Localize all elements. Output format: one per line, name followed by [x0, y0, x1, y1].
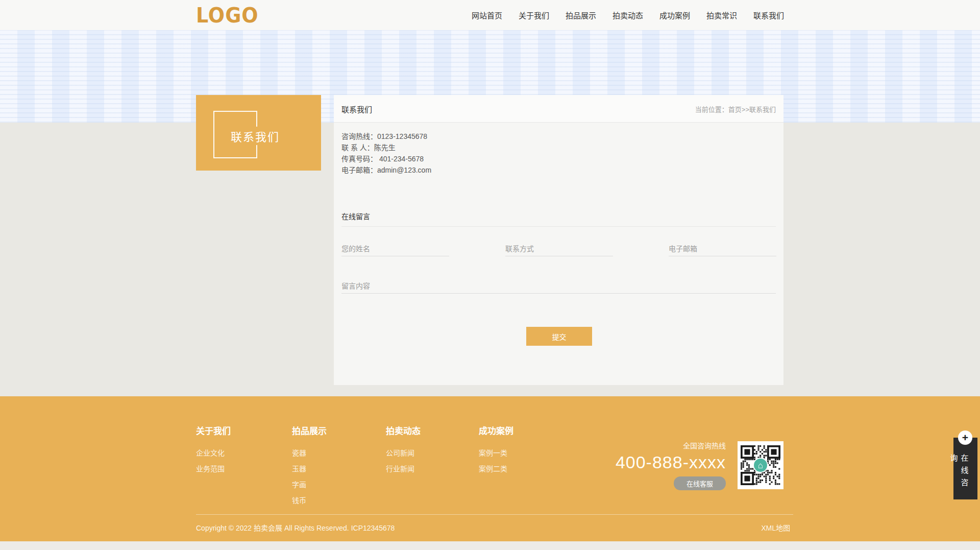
online-service-button[interactable]: 在线客服	[674, 476, 726, 490]
contact-fax-label: 传真号码：	[341, 155, 377, 163]
nav-item-news[interactable]: 拍卖动态	[612, 10, 643, 20]
contact-email-label: 电子邮箱：	[341, 166, 377, 174]
qr-home-icon: ⌂	[753, 458, 768, 473]
name-input[interactable]	[341, 241, 449, 256]
footer-col-items: 拍品展示 瓷器 玉器 字画 钱币	[292, 424, 327, 511]
email-input[interactable]	[669, 241, 776, 256]
nav-item-items[interactable]: 拍品展示	[566, 10, 596, 20]
contact-hotline-label: 咨询热线：	[341, 132, 377, 140]
contact-input[interactable]	[505, 241, 613, 256]
sidebar-tile: 联系我们	[196, 95, 321, 171]
footer-link-porcelain[interactable]: 瓷器	[292, 448, 327, 458]
online-consult-widget[interactable]: + 在线咨询	[953, 438, 977, 499]
form-divider	[341, 226, 776, 227]
nav-item-cases[interactable]: 成功案例	[659, 10, 690, 20]
contact-person-row: 联 系 人：陈先生	[341, 142, 431, 153]
breadcrumb-home-link[interactable]: 首页	[728, 106, 742, 113]
breadcrumb-current: 联系我们	[749, 106, 776, 113]
footer-link-case-type1[interactable]: 案例一类	[479, 448, 513, 458]
hotline-block: 全国咨询热线 400-888-xxxx 在线客服	[616, 440, 726, 490]
footer-link-industry-news[interactable]: 行业新闻	[386, 464, 421, 474]
breadcrumb-prefix: 当前位置：	[695, 106, 728, 113]
footer-link-culture[interactable]: 企业文化	[196, 448, 231, 458]
site-footer: 关于我们 企业文化 业务范围 拍品展示 瓷器 玉器 字画 钱币 拍卖动态 公司新…	[0, 396, 980, 541]
footer-col-about: 关于我们 企业文化 业务范围	[196, 424, 231, 480]
contact-fax-value: 401-234-5678	[379, 155, 424, 163]
consult-label: 在线咨询	[962, 454, 970, 499]
footer-col-news: 拍卖动态 公司新闻 行业新闻	[386, 424, 421, 480]
footer-link-coins[interactable]: 钱币	[292, 495, 327, 506]
footer-col-cases-title: 成功案例	[479, 424, 513, 437]
qr-code: ⌂	[738, 441, 783, 489]
main-nav: 网站首页 关于我们 拍品展示 拍卖动态 成功案例 拍卖常识 联系我们	[472, 10, 784, 20]
sitemap-link[interactable]: XML地图	[761, 522, 790, 533]
nav-item-home[interactable]: 网站首页	[472, 10, 502, 20]
panel-header: 联系我们 当前位置：首页>>联系我们	[334, 95, 783, 123]
contact-hotline-row: 咨询热线：0123-12345678	[341, 131, 431, 142]
copyright-text: Copyright © 2022 拍卖会展 All Rights Reserve…	[196, 522, 395, 533]
hotline-number: 400-888-xxxx	[616, 452, 726, 472]
breadcrumb-separator: >>	[742, 106, 749, 113]
contact-hotline-value: 0123-12345678	[377, 132, 427, 140]
site-header: LOGO 网站首页 关于我们 拍品展示 拍卖动态 成功案例 拍卖常识 联系我们	[0, 0, 980, 30]
page-title: 联系我们	[341, 104, 372, 114]
footer-link-calligraphy[interactable]: 字画	[292, 480, 327, 490]
contact-person-value: 陈先生	[374, 144, 396, 152]
message-form-title: 在线留言	[341, 211, 370, 221]
contact-fax-row: 传真号码： 401-234-5678	[341, 153, 431, 164]
submit-button[interactable]: 提交	[526, 327, 592, 346]
site-logo[interactable]: LOGO	[196, 3, 259, 28]
footer-link-scope[interactable]: 业务范围	[196, 464, 231, 474]
contact-field-wrap	[505, 241, 613, 256]
footer-link-company-news[interactable]: 公司新闻	[386, 448, 421, 458]
footer-col-news-title: 拍卖动态	[386, 424, 421, 437]
footer-divider	[196, 514, 793, 515]
contact-email-value: admin@123.com	[377, 166, 431, 174]
contact-person-label: 联 系 人：	[341, 144, 374, 152]
nav-item-knowledge[interactable]: 拍卖常识	[706, 10, 737, 20]
message-field-wrap	[341, 278, 776, 294]
bottom-strip	[0, 541, 980, 550]
breadcrumb: 当前位置：首页>>联系我们	[695, 104, 776, 114]
nav-item-about[interactable]: 关于我们	[519, 10, 549, 20]
footer-col-about-title: 关于我们	[196, 424, 231, 437]
nav-item-contact[interactable]: 联系我们	[753, 10, 784, 20]
hotline-label: 全国咨询热线	[616, 440, 726, 450]
contact-info: 咨询热线：0123-12345678 联 系 人：陈先生 传真号码： 401-2…	[341, 131, 431, 176]
content-panel: 联系我们 当前位置：首页>>联系我们 咨询热线：0123-12345678 联 …	[334, 95, 783, 385]
footer-col-items-title: 拍品展示	[292, 424, 327, 437]
contact-email-row: 电子邮箱：admin@123.com	[341, 164, 431, 176]
footer-link-case-type2[interactable]: 案例二类	[479, 464, 513, 474]
name-field-wrap	[341, 241, 449, 256]
message-input[interactable]	[341, 278, 776, 294]
email-field-wrap	[669, 241, 776, 256]
footer-link-jade[interactable]: 玉器	[292, 464, 327, 474]
footer-col-cases: 成功案例 案例一类 案例二类	[479, 424, 513, 480]
plus-icon[interactable]: +	[958, 431, 972, 445]
page: LOGO 网站首页 关于我们 拍品展示 拍卖动态 成功案例 拍卖常识 联系我们 …	[0, 0, 980, 550]
sidebar-title: 联系我们	[227, 127, 284, 145]
